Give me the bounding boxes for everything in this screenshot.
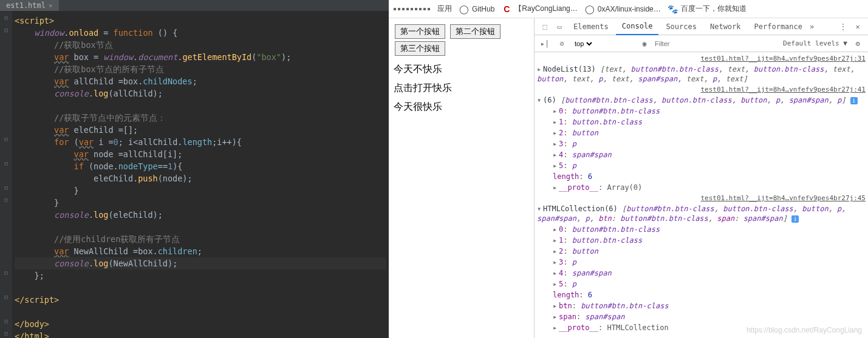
log-prop: ▸0: button#btn.btn-class — [537, 224, 866, 235]
tab-network[interactable]: Network — [704, 19, 747, 35]
bookmark-linux[interactable]: ◯0xAX/linux-inside… — [585, 4, 661, 14]
console-output[interactable]: test01.html?__ijt=8h4…vnfefv9pes4br27j:3… — [535, 52, 868, 338]
code-area[interactable]: ⊟⊟⊟⊟⊟⊟⊟⊟⊟⊟ <script> window.onload = func… — [0, 11, 389, 338]
device-icon[interactable]: ▭ — [553, 20, 566, 33]
editor-tab[interactable]: est1.html × — [0, 0, 59, 11]
page-text: 今天很快乐 — [394, 101, 529, 113]
code-editor: est1.html × ⊟⊟⊟⊟⊟⊟⊟⊟⊟⊟ <script> window.o… — [0, 0, 389, 338]
expand-icon[interactable]: ▾ — [537, 95, 543, 105]
gutter: ⊟⊟⊟⊟⊟⊟⊟⊟⊟⊟ — [0, 11, 12, 338]
page-text: 今天不快乐 — [394, 63, 529, 76]
log-prop: ▸__proto__: Array(0) — [537, 182, 866, 193]
csdn-icon: C — [502, 4, 511, 14]
log-prop: ▸2: button — [537, 246, 866, 257]
bookmark-label: 0xAX/linux-inside… — [598, 5, 661, 13]
log-prop: ▸1: button.btn-class — [537, 235, 866, 246]
bookmark-label: 百度一下，你就知道 — [681, 4, 747, 14]
log-prop: ▸3: p — [537, 138, 866, 149]
inspect-icon[interactable]: ⬚ — [538, 20, 552, 33]
button-2[interactable]: 第二个按钮 — [450, 24, 501, 39]
close-icon[interactable]: ✕ — [851, 20, 864, 33]
log-prop: ▸5: p — [537, 279, 866, 289]
sidebar-toggle-icon[interactable]: ▸| — [538, 37, 552, 50]
tab-elements[interactable]: Elements — [567, 19, 615, 35]
expand-icon[interactable]: ▾ — [537, 204, 543, 214]
close-icon[interactable]: × — [49, 2, 53, 10]
source-link[interactable]: test01.html?__ijt=8h4…vnfefv9pes4br27j:4… — [700, 85, 866, 95]
tabs-overflow-icon[interactable]: » — [810, 22, 814, 31]
code-content[interactable]: <script> window.onload = function () { /… — [12, 11, 389, 338]
log-prop: ▸0: button#btn.btn-class — [537, 106, 866, 117]
expand-icon[interactable]: ▸ — [537, 64, 543, 74]
tab-label: est1.html — [6, 1, 46, 10]
log-prop: ▸1: button.btn-class — [537, 117, 866, 127]
gear-icon[interactable]: ⚙ — [851, 37, 864, 50]
devtools: ⬚ ▭ Elements Console Sources Network Per… — [535, 18, 868, 338]
log-prop: ▸2: button — [537, 127, 866, 138]
log-prop: ▸span: span#span — [537, 311, 866, 322]
log-entry: HTMLCollection(6) [button#btn.btn-class,… — [537, 204, 846, 223]
bookmark-ray[interactable]: C【RayCongLiang… — [502, 4, 577, 14]
log-prop: length: 6 — [537, 171, 866, 182]
log-entry: (6) [button#btn.btn-class, button.btn-cl… — [543, 96, 846, 104]
log-entry: NodeList(13) [text, button#btn.btn-class… — [537, 65, 855, 83]
source-link[interactable]: test01.html?__ijt=8h4…vnfefv9pes4br27j:3… — [700, 54, 866, 64]
apps-icon[interactable] — [394, 8, 430, 10]
browser-pane: 应用 ◯GitHub C【RayCongLiang… ◯0xAX/linux-i… — [389, 0, 868, 338]
bookmark-label: 【RayCongLiang… — [514, 4, 577, 14]
tab-sources[interactable]: Sources — [660, 19, 703, 35]
log-prop: ▸4: span#span — [537, 268, 866, 279]
watermark: https://blog.csdn.net/RayCongLiang — [747, 326, 862, 334]
tab-performance[interactable]: Performance — [748, 19, 808, 35]
apps-label[interactable]: 应用 — [437, 4, 452, 14]
clear-console-icon[interactable]: ⊘ — [555, 37, 569, 50]
github-icon: ◯ — [585, 4, 595, 14]
settings-icon[interactable]: ⋮ — [836, 20, 850, 33]
bookmark-github[interactable]: ◯GitHub — [459, 4, 494, 14]
baidu-icon: 🐾 — [668, 4, 678, 14]
filter-input[interactable] — [655, 40, 779, 47]
github-icon: ◯ — [459, 4, 469, 14]
console-toolbar: ▸| ⊘ top ◉ Default levels ▼ ⚙ — [535, 35, 868, 52]
log-prop: length: 6 — [537, 289, 866, 300]
info-icon[interactable]: i — [850, 97, 858, 104]
button-3[interactable]: 第三个按钮 — [395, 41, 445, 56]
editor-tab-bar: est1.html × — [0, 0, 389, 11]
tab-console[interactable]: Console — [616, 18, 659, 35]
log-levels[interactable]: Default levels ▼ — [783, 39, 847, 47]
devtools-tabs: ⬚ ▭ Elements Console Sources Network Per… — [535, 18, 868, 35]
log-prop: ▸btn: button#btn.btn-class — [537, 300, 866, 311]
rendered-page: 第一个按钮 第二个按钮 第三个按钮 今天不快乐 点击打开快乐 今天很快乐 — [389, 18, 535, 338]
log-prop: ▸5: p — [537, 160, 866, 171]
bookmark-label: GitHub — [472, 5, 494, 13]
eye-icon[interactable]: ◉ — [638, 37, 651, 50]
log-prop: ▸4: span#span — [537, 149, 866, 160]
source-link[interactable]: test01.html?__ijt=8h4…vnfefv9pes4br27j:4… — [700, 194, 866, 203]
log-prop: ▸3: p — [537, 257, 866, 268]
bookmark-baidu[interactable]: 🐾百度一下，你就知道 — [668, 4, 747, 14]
bookmarks-bar: 应用 ◯GitHub C【RayCongLiang… ◯0xAX/linux-i… — [389, 0, 868, 18]
context-select[interactable]: top — [572, 39, 594, 48]
button-1[interactable]: 第一个按钮 — [395, 24, 445, 39]
page-text: 点击打开快乐 — [394, 82, 529, 95]
info-icon[interactable]: i — [791, 215, 799, 223]
